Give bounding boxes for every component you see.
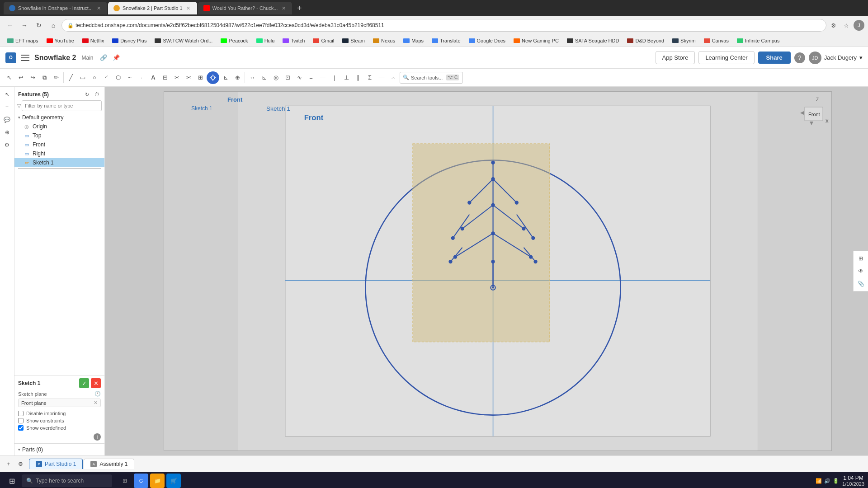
start-button[interactable]: ⊞ bbox=[4, 473, 20, 488]
toolbar-point[interactable]: · bbox=[136, 71, 147, 84]
viewport[interactable]: Front Sketch 1 Front Sketch 1 bbox=[105, 87, 868, 455]
bookmark-maps[interactable]: Maps bbox=[400, 37, 427, 44]
tree-item-origin[interactable]: ◎ Origin bbox=[14, 122, 104, 131]
toolbar-sigma[interactable]: Σ bbox=[364, 71, 375, 84]
tab-2[interactable]: Snowflake 2 | Part Studio 1 ✕ bbox=[108, 2, 197, 14]
bookmark-sw[interactable]: SW:TCW Watch Ord... bbox=[151, 37, 216, 44]
remove-plane-btn[interactable]: ✕ bbox=[94, 400, 98, 406]
bookmark-eft-maps[interactable]: EFT maps bbox=[4, 37, 42, 44]
toolbar-arc2[interactable]: ⌢ bbox=[388, 71, 399, 84]
taskbar-search[interactable]: 🔍 Type here to search bbox=[22, 474, 112, 487]
tree-item-sketch1[interactable]: ✏ Sketch 1 bbox=[14, 158, 104, 167]
share-button[interactable]: Share bbox=[758, 52, 791, 64]
bookmark-newgaming[interactable]: New Gaming PC bbox=[510, 37, 562, 44]
bookmark-twitch[interactable]: Twitch bbox=[279, 37, 308, 44]
link-icon[interactable]: 🔗 bbox=[99, 53, 108, 62]
filter-input[interactable] bbox=[22, 100, 102, 111]
vert-comment-btn[interactable]: 💬 bbox=[1, 114, 13, 126]
bookmark-peacock[interactable]: Peacock bbox=[217, 37, 251, 44]
toolbar-constraint[interactable]: ⊾ bbox=[259, 71, 269, 84]
bookmark-skyrim[interactable]: Skyrim bbox=[669, 37, 699, 44]
vert-add-btn[interactable]: + bbox=[1, 101, 13, 113]
help-button[interactable]: ? bbox=[794, 52, 805, 63]
app-store-button[interactable]: App Store bbox=[656, 51, 695, 64]
user-area[interactable]: JD Jack Dugery ▾ bbox=[809, 52, 863, 64]
tray-network-icon[interactable]: 📶 bbox=[815, 477, 822, 484]
toolbar-polygon[interactable]: ⬡ bbox=[113, 71, 123, 84]
toolbar-circle[interactable]: ○ bbox=[89, 71, 100, 84]
new-tab-button[interactable]: + bbox=[293, 2, 306, 14]
bookmark-hulu[interactable]: Hulu bbox=[253, 37, 278, 44]
right-panel-view-btn[interactable]: 👁 bbox=[855, 266, 866, 277]
vert-tools-btn[interactable]: ⚙ bbox=[1, 139, 13, 151]
toolbar-perpendicular[interactable]: ⊥ bbox=[341, 71, 352, 84]
bookmark-gdocs[interactable]: Google Docs bbox=[465, 37, 509, 44]
tray-volume-icon[interactable]: 🔊 bbox=[824, 477, 831, 484]
toolbar-sym[interactable]: — bbox=[376, 71, 387, 84]
vert-measure-btn[interactable]: ⊕ bbox=[1, 127, 13, 138]
show-overdefined-checkbox[interactable] bbox=[18, 425, 24, 431]
toolbar-rect[interactable]: ▭ bbox=[77, 71, 88, 84]
toolbar-hide[interactable]: — bbox=[317, 71, 328, 84]
toolbar-arc[interactable]: ◜ bbox=[101, 71, 112, 84]
bookmark-sata[interactable]: SATA Seagate HDD bbox=[563, 37, 623, 44]
add-tab-button[interactable]: + bbox=[4, 459, 14, 469]
view-cube[interactable]: Z X Front bbox=[791, 96, 832, 136]
taskbar-store[interactable]: 🛒 bbox=[166, 474, 181, 488]
toolbar-trim2[interactable]: ✂ bbox=[183, 71, 194, 84]
learning-center-button[interactable]: Learning Center bbox=[698, 51, 754, 64]
toolbar-pattern[interactable]: ⊕ bbox=[232, 71, 243, 84]
toolbar-coincident[interactable]: ◎ bbox=[270, 71, 281, 84]
toolbar-line[interactable]: ╱ bbox=[66, 71, 76, 84]
tab-part-studio-1[interactable]: P Part Studio 1 bbox=[29, 459, 83, 469]
forward-button[interactable]: → bbox=[18, 19, 31, 32]
right-panel-display-btn[interactable]: ⊞ bbox=[855, 253, 866, 264]
extensions-icon[interactable]: ⚙ bbox=[828, 20, 839, 31]
default-geometry-group[interactable]: ▾ Default geometry bbox=[14, 113, 104, 122]
sketch-confirm-button[interactable]: ✓ bbox=[79, 378, 89, 388]
tab-1[interactable]: Snowflake in Onshape - Instruct... ✕ bbox=[4, 2, 107, 14]
toolbar-delete[interactable]: | bbox=[329, 71, 340, 84]
back-button[interactable]: ← bbox=[4, 19, 16, 32]
taskbar-task-view[interactable]: ⊞ bbox=[118, 474, 132, 488]
info-icon[interactable]: i bbox=[94, 433, 101, 441]
reload-button[interactable]: ↻ bbox=[33, 19, 45, 32]
toolbar-redo[interactable]: ↪ bbox=[27, 71, 38, 84]
tree-item-top[interactable]: ▭ Top bbox=[14, 131, 104, 140]
toolbar-mirror[interactable]: ⊞ bbox=[195, 71, 206, 84]
address-bar[interactable]: 🔒 techedcbsd.onshape.com/documents/e2d5f… bbox=[61, 19, 826, 32]
tab-assembly-1[interactable]: A Assembly 1 bbox=[84, 459, 134, 469]
tray-battery-icon[interactable]: 🔋 bbox=[832, 477, 840, 484]
sketch-plane-clock-btn[interactable]: 🕐 bbox=[94, 391, 101, 397]
vert-select-btn[interactable]: ↖ bbox=[1, 89, 13, 100]
profile-icon[interactable]: J bbox=[854, 20, 864, 31]
toolbar-trim[interactable]: ✂ bbox=[171, 71, 182, 84]
bookmark-disney[interactable]: Disney Plus bbox=[108, 37, 150, 44]
toolbar-slot[interactable]: ⊟ bbox=[160, 71, 170, 84]
bookmark-canvas[interactable]: Canvas bbox=[700, 37, 732, 44]
bookmark-translate[interactable]: Translate bbox=[428, 37, 464, 44]
show-constraints-checkbox[interactable] bbox=[18, 418, 24, 423]
toolbar-sketch-active[interactable] bbox=[207, 71, 219, 84]
tree-item-front[interactable]: ▭ Front bbox=[14, 140, 104, 149]
tab-menu-button[interactable]: ⚙ bbox=[15, 459, 25, 469]
toolbar-offset[interactable]: ⊾ bbox=[220, 71, 231, 84]
toolbar-spline[interactable]: ~ bbox=[124, 71, 135, 84]
toolbar-equals[interactable]: = bbox=[306, 71, 316, 84]
tree-item-right[interactable]: ▭ Right bbox=[14, 149, 104, 158]
toolbar-dimension[interactable]: ↔ bbox=[247, 71, 258, 84]
sketch-cancel-button[interactable]: ✕ bbox=[91, 378, 101, 388]
tab-3-close[interactable]: ✕ bbox=[280, 5, 287, 11]
bookmark-nexus[interactable]: Nexus bbox=[369, 37, 399, 44]
toolbar-construction[interactable]: ⊡ bbox=[282, 71, 293, 84]
toolbar-undo[interactable]: ↩ bbox=[15, 71, 26, 84]
bookmark-dnd[interactable]: D&D Beyond bbox=[623, 37, 668, 44]
toolbar-parallel[interactable]: ∥ bbox=[353, 71, 363, 84]
tab-3[interactable]: Would You Rather? - Chuck... ✕ bbox=[198, 2, 292, 14]
parts-header[interactable]: ▾ Parts (0) bbox=[18, 446, 101, 453]
home-button[interactable]: ⌂ bbox=[47, 19, 60, 32]
bookmark-gmail[interactable]: Gmail bbox=[309, 37, 338, 44]
settings-icon[interactable]: ⏱ bbox=[93, 90, 101, 99]
bookmark-steam[interactable]: Steam bbox=[339, 37, 368, 44]
toolbar-selection-tool[interactable]: ↖ bbox=[4, 71, 14, 84]
